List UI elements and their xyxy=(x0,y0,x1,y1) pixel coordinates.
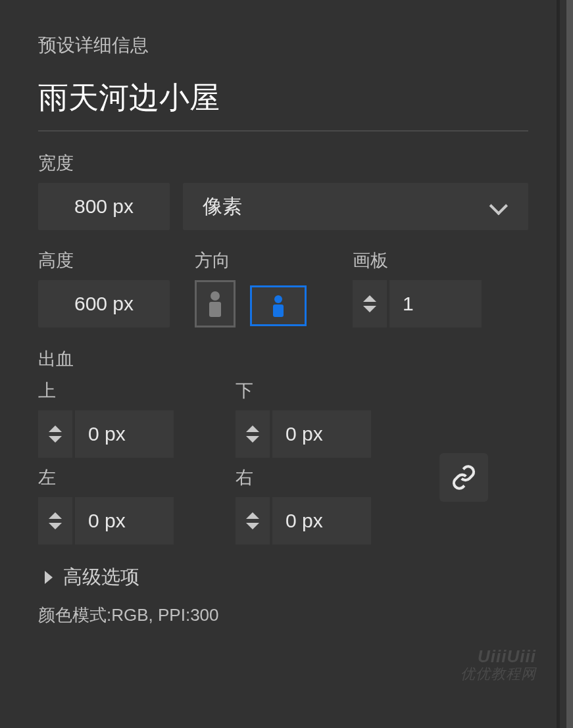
watermark: UiiiUiii 优优教程网 xyxy=(461,647,536,682)
height-input[interactable]: 600 px xyxy=(38,280,170,328)
chevron-right-icon xyxy=(45,571,53,584)
bleed-left-stepper[interactable]: 0 px xyxy=(38,497,229,545)
bleed-left-value[interactable]: 0 px xyxy=(75,497,174,545)
arrow-up-icon xyxy=(246,512,259,519)
bleed-left-arrows[interactable] xyxy=(38,497,72,545)
bleed-section-label: 出血 xyxy=(38,347,528,371)
bleed-top-stepper[interactable]: 0 px xyxy=(38,410,229,458)
person-landscape-icon xyxy=(271,295,286,317)
arrow-down-icon xyxy=(49,436,62,443)
arrow-down-icon xyxy=(246,523,259,529)
svg-rect-3 xyxy=(273,304,284,317)
orientation-label: 方向 xyxy=(195,249,307,272)
bleed-bottom-value[interactable]: 0 px xyxy=(272,410,371,458)
arrow-up-icon xyxy=(363,295,376,302)
arrow-up-icon xyxy=(49,512,62,519)
bleed-right-label: 右 xyxy=(236,466,426,489)
preset-title-input[interactable]: 雨天河边小屋 xyxy=(38,78,528,132)
height-label: 高度 xyxy=(38,249,182,272)
arrow-down-icon xyxy=(49,523,62,529)
watermark-line2: 优优教程网 xyxy=(461,666,536,682)
advanced-options-toggle[interactable]: 高级选项 xyxy=(45,564,528,591)
svg-point-0 xyxy=(211,291,220,301)
bleed-bottom-arrows[interactable] xyxy=(236,410,270,458)
bleed-top-arrows[interactable] xyxy=(38,410,72,458)
width-label: 宽度 xyxy=(38,151,528,175)
advanced-options-label: 高级选项 xyxy=(63,564,139,591)
bleed-bottom-label: 下 xyxy=(236,379,426,402)
bleed-right-stepper[interactable]: 0 px xyxy=(236,497,426,545)
arrow-up-icon xyxy=(246,425,259,432)
arrow-down-icon xyxy=(246,436,259,443)
artboards-value[interactable]: 1 xyxy=(389,280,482,328)
bleed-right-value[interactable]: 0 px xyxy=(272,497,371,545)
watermark-line1: UiiiUiii xyxy=(461,647,536,666)
svg-rect-1 xyxy=(209,302,221,317)
unit-selected: 像素 xyxy=(203,193,242,220)
unit-dropdown[interactable]: 像素 xyxy=(183,183,528,230)
section-label: 预设详细信息 xyxy=(38,33,528,58)
person-portrait-icon xyxy=(207,291,224,317)
arrow-up-icon xyxy=(49,425,62,432)
bleed-top-value[interactable]: 0 px xyxy=(75,410,174,458)
artboards-label: 画板 xyxy=(353,249,482,272)
bleed-bottom-stepper[interactable]: 0 px xyxy=(236,410,426,458)
orientation-landscape-button[interactable] xyxy=(250,285,307,326)
artboards-stepper-arrows[interactable] xyxy=(353,280,387,328)
svg-point-2 xyxy=(274,295,282,303)
link-bleed-button[interactable] xyxy=(439,453,488,502)
link-icon xyxy=(451,464,477,491)
width-input[interactable]: 800 px xyxy=(38,183,170,230)
chevron-down-icon xyxy=(490,201,509,212)
orientation-portrait-button[interactable] xyxy=(195,280,236,328)
bleed-right-arrows[interactable] xyxy=(236,497,270,545)
bleed-left-label: 左 xyxy=(38,466,229,489)
arrow-down-icon xyxy=(363,306,376,312)
bleed-top-label: 上 xyxy=(38,379,229,402)
artboards-stepper[interactable]: 1 xyxy=(353,280,482,328)
color-mode-summary: 颜色模式:RGB, PPI:300 xyxy=(38,604,528,627)
